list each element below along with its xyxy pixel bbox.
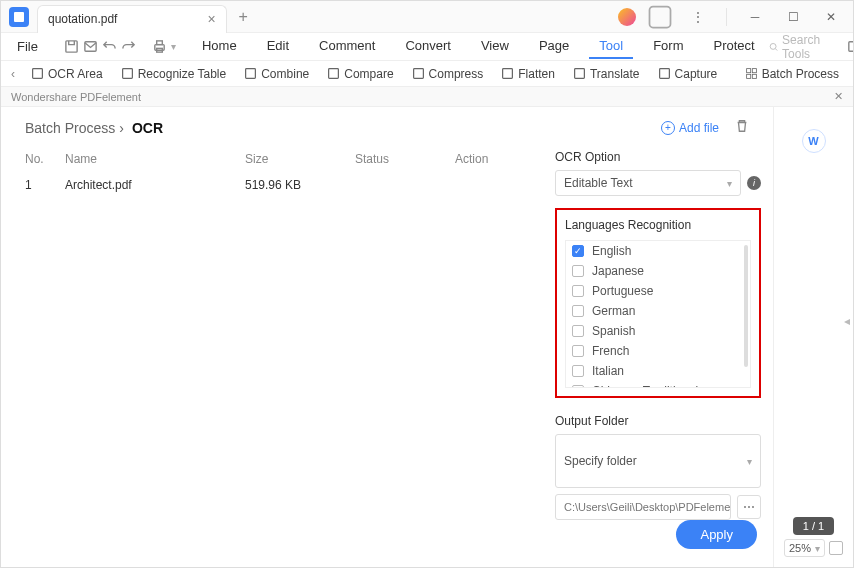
delete-button[interactable] [735, 119, 749, 136]
batch-process-button[interactable]: Batch Process [745, 67, 847, 81]
checkbox-icon[interactable] [572, 265, 584, 277]
fit-page-icon[interactable] [829, 541, 843, 555]
menubar: File ▾ HomeEditCommentConvertViewPageToo… [1, 33, 853, 61]
checkbox-icon[interactable] [572, 305, 584, 317]
mail-icon[interactable] [83, 36, 98, 58]
info-icon[interactable]: i [747, 176, 761, 190]
breadcrumb-root[interactable]: Batch Process [25, 120, 115, 136]
divider [726, 8, 727, 26]
browse-folder-button[interactable]: ⋯ [737, 495, 761, 519]
zoom-value: 25% [789, 542, 811, 554]
language-japanese[interactable]: Japanese [566, 261, 744, 281]
svg-rect-17 [752, 69, 756, 73]
svg-rect-7 [848, 42, 854, 51]
cloud-avatar-icon[interactable] [618, 8, 636, 26]
ribbon-prev-icon[interactable]: ‹ [7, 67, 19, 81]
language-portuguese[interactable]: Portuguese [566, 281, 744, 301]
cell-action [455, 178, 523, 192]
chevron-down-icon: ▾ [815, 543, 820, 554]
menu-home[interactable]: Home [192, 34, 247, 59]
new-tab-button[interactable]: + [239, 8, 248, 26]
language-chinese_traditional[interactable]: Chinese_Traditional [566, 381, 744, 388]
tool-ribbon: ‹ OCR AreaRecognize TableCombineCompareC… [1, 61, 853, 87]
languages-list[interactable]: EnglishJapanesePortugueseGermanSpanishFr… [565, 240, 751, 388]
ribbon-ocr-area[interactable]: OCR Area [25, 64, 109, 84]
svg-rect-1 [66, 41, 77, 52]
chevron-down-icon[interactable]: ▾ [171, 41, 176, 52]
panel-close-icon[interactable]: ✕ [834, 90, 843, 103]
checkbox-icon[interactable] [572, 345, 584, 357]
menu-protect[interactable]: Protect [703, 34, 764, 59]
close-window-button[interactable]: ✕ [817, 3, 845, 31]
menu-convert[interactable]: Convert [395, 34, 461, 59]
ribbon-combine[interactable]: Combine [238, 64, 315, 84]
ocr-option-select[interactable]: Editable Text ▾ [555, 170, 741, 196]
menu-comment[interactable]: Comment [309, 34, 385, 59]
output-path-value: C:\Users\Geili\Desktop\PDFelement\OC [564, 501, 731, 513]
language-spanish[interactable]: Spanish [566, 321, 744, 341]
maximize-button[interactable]: ☐ [779, 3, 807, 31]
ribbon-capture[interactable]: Capture [652, 64, 724, 84]
search-tools[interactable]: Search Tools [769, 33, 837, 61]
save-icon[interactable] [64, 36, 79, 58]
svg-rect-15 [659, 69, 669, 79]
minimize-button[interactable]: ─ [741, 3, 769, 31]
menu-page[interactable]: Page [529, 34, 579, 59]
share-icon[interactable] [844, 36, 854, 58]
checkbox-icon[interactable] [572, 365, 584, 377]
document-tab[interactable]: quotation.pdf × [37, 5, 227, 33]
file-table: No. Name Size Status Action 1Architect.p… [11, 146, 537, 557]
ribbon-compare[interactable]: Compare [321, 64, 399, 84]
sidebar-expand-icon[interactable]: ◂ [841, 307, 853, 335]
language-italian[interactable]: Italian [566, 361, 744, 381]
batch-header: Batch Process › OCR + Add file [11, 115, 763, 146]
plus-icon: + [661, 121, 675, 135]
table-header: No. Name Size Status Action [11, 146, 537, 172]
menu-view[interactable]: View [471, 34, 519, 59]
language-english[interactable]: English [566, 241, 744, 261]
apply-button[interactable]: Apply [676, 520, 757, 549]
zoom-select[interactable]: 25% ▾ [784, 539, 825, 557]
language-french[interactable]: French [566, 341, 744, 361]
search-icon [769, 41, 778, 53]
page-indicator: 1 / 1 [793, 517, 834, 535]
svg-rect-13 [503, 69, 513, 79]
language-label: French [592, 344, 629, 358]
ribbon-recognize-table[interactable]: Recognize Table [115, 64, 233, 84]
menu-tool[interactable]: Tool [589, 34, 633, 59]
ocr-option-value: Editable Text [564, 176, 633, 190]
scrollbar[interactable] [744, 245, 748, 367]
document-sidebar: W ◂ 1 / 1 25% ▾ [773, 107, 853, 567]
more-menu-icon[interactable]: ⋮ [684, 3, 712, 31]
add-file-button[interactable]: + Add file [661, 121, 719, 135]
checkbox-icon[interactable] [572, 325, 584, 337]
print-icon[interactable] [152, 36, 167, 58]
language-label: Chinese_Traditional [592, 384, 698, 388]
output-path-field[interactable]: C:\Users\Geili\Desktop\PDFelement\OC [555, 494, 731, 520]
col-name: Name [65, 152, 245, 166]
breadcrumb-separator: › [119, 120, 124, 136]
table-row[interactable]: 1Architect.pdf519.96 KB [11, 172, 537, 198]
menu-edit[interactable]: Edit [257, 34, 299, 59]
ocr-options-panel: OCR Option Editable Text ▾ i Languages R… [553, 146, 763, 557]
undo-icon[interactable] [102, 36, 117, 58]
checkbox-icon[interactable] [572, 285, 584, 297]
notifications-icon[interactable] [646, 3, 674, 31]
panel-header: Wondershare PDFelement ✕ [1, 87, 853, 107]
menu-form[interactable]: Form [643, 34, 693, 59]
svg-rect-14 [575, 69, 585, 79]
checkbox-icon[interactable] [572, 385, 584, 388]
redo-icon[interactable] [121, 36, 136, 58]
chevron-down-icon: ▾ [747, 456, 752, 467]
specify-folder-select[interactable]: Specify folder ▾ [555, 434, 761, 488]
ribbon-flatten[interactable]: Flatten [495, 64, 561, 84]
tab-close-icon[interactable]: × [207, 11, 215, 27]
main-area: Batch Process › OCR + Add file No. Name … [1, 107, 853, 567]
ribbon-items-container: OCR AreaRecognize TableCombineCompareCom… [25, 64, 739, 84]
word-export-icon[interactable]: W [802, 129, 826, 153]
language-german[interactable]: German [566, 301, 744, 321]
checkbox-icon[interactable] [572, 245, 584, 257]
ribbon-compress[interactable]: Compress [406, 64, 490, 84]
ribbon-translate[interactable]: Translate [567, 64, 646, 84]
file-menu[interactable]: File [7, 35, 48, 58]
